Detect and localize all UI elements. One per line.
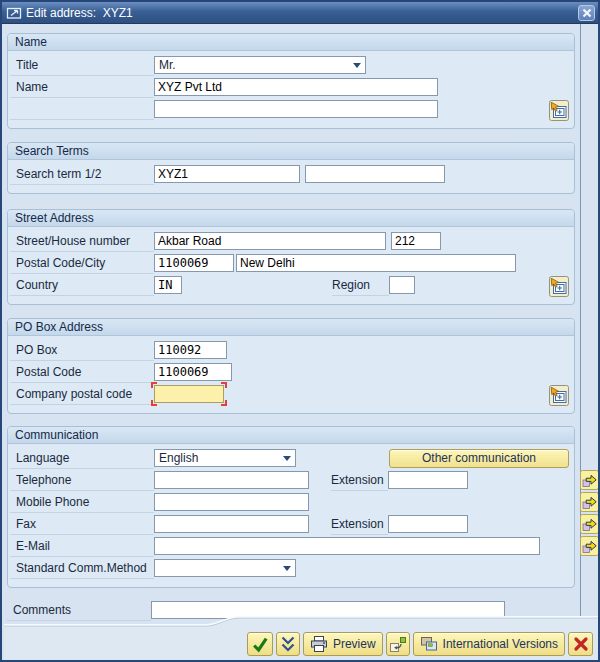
title-row: Title Mr. [10,54,569,76]
titlebar: Edit address: XYZ1 [2,2,598,24]
chevron-down-icon [283,566,291,571]
search-term-row: Search term 1/2 [10,163,569,185]
email-row: E-Mail [10,535,569,557]
telephone-extension-input[interactable] [388,471,468,489]
std-comm-select[interactable] [154,559,296,577]
detail-expand-icon [549,385,569,406]
chevron-down-icon [353,63,361,68]
search-term-1-input[interactable] [154,165,300,183]
chevron-down-icon [283,456,291,461]
pobox-postal-label: Postal Code [10,361,154,383]
focus-corner [151,400,157,406]
telephone-extension-label: Extension [331,469,388,491]
std-comm-row: Standard Comm.Method [10,557,569,579]
region-input[interactable] [389,276,415,294]
name2-row [10,98,569,120]
search-terms-section: Search Terms Search term 1/2 [7,142,575,194]
city-input[interactable] [236,254,516,272]
yellow-right-arrow-icon [580,514,599,534]
email-more-button[interactable] [580,536,599,556]
language-select[interactable]: English [154,449,296,467]
street-more-fields-button[interactable] [548,276,569,298]
name-label: Name [10,76,154,98]
email-input[interactable] [154,537,540,555]
yellow-right-arrow-icon [580,470,599,490]
street-address-section: Street Address Street/House number Posta… [7,209,575,305]
mobile-more-button[interactable] [580,492,599,512]
detail-expand-icon [549,100,569,121]
street-label: Street/House number [10,230,154,252]
name2-input[interactable] [154,100,438,118]
undo-box-arrow-icon [389,635,407,653]
overlapping-windows-icon [420,635,438,653]
mobile-input[interactable] [154,493,309,511]
search-terms-header: Search Terms [8,143,574,160]
edit-address-dialog: Edit address: XYZ1 Name Title Mr. Name [0,0,600,662]
fax-label: Fax [10,513,154,535]
mobile-label: Mobile Phone [10,491,154,513]
pobox-postal-input[interactable] [154,363,232,381]
blank-label [10,98,154,120]
email-label: E-Mail [10,535,154,557]
country-label: Country [10,274,154,296]
focus-corner [221,400,227,406]
communication-section: Communication Language English Other com… [7,426,575,588]
postal-city-row: Postal Code/City [10,252,569,274]
x-icon [582,8,592,18]
fax-extension-input[interactable] [388,515,468,533]
pobox-postal-row: Postal Code [10,361,569,383]
international-versions-label: International Versions [443,637,558,651]
copy-button[interactable] [276,632,300,656]
focused-field-frame [154,385,224,403]
edit-window-icon [6,6,22,20]
title-select[interactable]: Mr. [154,56,366,74]
region-label: Region [332,274,389,296]
cancel-button[interactable] [568,632,593,656]
house-number-input[interactable] [391,232,441,250]
search-term-label: Search term 1/2 [10,163,154,185]
std-comm-label: Standard Comm.Method [10,557,154,579]
focus-corner [221,382,227,388]
search-term-2-input[interactable] [305,165,445,183]
yellow-right-arrow-icon [580,536,599,556]
international-versions-button[interactable]: International Versions [413,632,565,656]
fax-input[interactable] [154,515,309,533]
name-section: Name Title Mr. Name [7,33,575,129]
title-label: Title [10,54,154,76]
telephone-row: Telephone Extension [10,469,569,491]
telephone-more-button[interactable] [580,470,599,490]
green-check-icon [251,635,269,653]
language-value: English [159,451,198,465]
language-row: Language English Other communication [10,447,569,469]
company-postal-input[interactable] [154,385,224,403]
postal-city-label: Postal Code/City [10,252,154,274]
pobox-row: PO Box [10,339,569,361]
pobox-input[interactable] [154,341,227,359]
fax-row: Fax Extension [10,513,569,535]
continue-button[interactable] [247,632,273,656]
street-address-header: Street Address [8,210,574,227]
pobox-label: PO Box [10,339,154,361]
pobox-address-section: PO Box Address PO Box Postal Code Compan… [7,318,575,414]
telephone-input[interactable] [154,471,309,489]
company-postal-row: Company postal code [10,383,569,405]
yellow-right-arrow-icon [580,492,599,512]
other-communication-button[interactable]: Other communication [389,449,569,468]
name-more-fields-button[interactable] [548,100,569,122]
name-section-header: Name [8,34,574,51]
language-label: Language [10,447,154,469]
pobox-more-fields-button[interactable] [548,385,569,407]
communication-header: Communication [8,427,574,444]
country-input[interactable] [154,276,182,294]
preview-button[interactable]: Preview [303,632,383,656]
footer-toolbar: Preview International Versions [4,614,596,660]
company-postal-label: Company postal code [10,383,154,405]
fax-more-button[interactable] [580,514,599,534]
postal-code-input[interactable] [154,254,234,272]
name-input[interactable] [154,78,438,96]
street-input[interactable] [154,232,386,250]
country-row: Country Region [10,274,569,296]
close-button[interactable] [578,5,595,21]
preview-button-label: Preview [333,637,376,651]
undo-button[interactable] [386,632,410,656]
